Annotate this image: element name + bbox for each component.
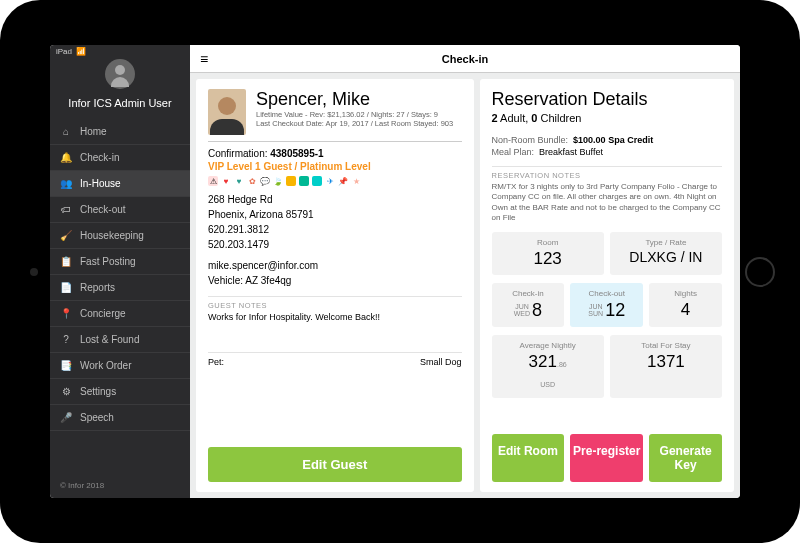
clipboard-icon: 📋 [60, 256, 72, 267]
misc1-icon: ★ [351, 176, 361, 186]
tile-checkin[interactable]: Check-in JUNWED 8 [492, 283, 565, 327]
tile-total-stay[interactable]: Total For Stay 1371 [610, 335, 722, 398]
square2-icon [299, 176, 309, 186]
sidebar-item-housekeeping[interactable]: 🧹 Housekeeping [50, 223, 190, 249]
res-notes-label: RESERVATION NOTES [492, 166, 722, 180]
sidebar-item-label: Check-out [80, 204, 126, 215]
edit-room-button[interactable]: Edit Room [492, 434, 565, 482]
heart-icon: ♥ [221, 176, 231, 186]
sidebar-item-workorder[interactable]: 📑 Work Order [50, 353, 190, 379]
guest-notes: Works for Infor Hospitality. Welcome Bac… [208, 312, 462, 352]
square3-icon [312, 176, 322, 186]
sidebar-item-home[interactable]: ⌂ Home [50, 119, 190, 145]
tile-room[interactable]: Room 123 [492, 232, 604, 275]
square1-icon [286, 176, 296, 186]
bundle-line: Non-Room Bundle: $100.00 Spa Credit [492, 135, 722, 145]
sidebar-item-inhouse[interactable]: 👥 In-House [50, 171, 190, 197]
sidebar-item-label: Home [80, 126, 107, 137]
tag-icon: 🏷 [60, 204, 72, 215]
user-name: Infor ICS Admin User [50, 93, 190, 119]
question-icon: ? [60, 334, 72, 345]
sidebar-item-checkin[interactable]: 🔔 Check-in [50, 145, 190, 171]
user-avatar[interactable] [105, 59, 135, 89]
topbar: ≡ Check-in [190, 45, 740, 73]
status-bar: iPad📶 [56, 47, 90, 56]
vip-status: VIP Level 1 Guest / Platinum Level [208, 161, 462, 172]
sidebar: Infor ICS Admin User ⌂ Home 🔔 Check-in 👥… [50, 45, 190, 498]
flame-icon: ✿ [247, 176, 257, 186]
res-notes: RM/TX for 3 nights only to 3rd Party Com… [492, 182, 722, 224]
plane-icon: ✈ [325, 176, 335, 186]
guest-photo [208, 89, 246, 135]
ipad-home-button[interactable] [745, 257, 775, 287]
guest-address-1: 268 Hedge Rd [208, 192, 462, 207]
sidebar-item-label: Check-in [80, 152, 119, 163]
menu-icon[interactable]: ≡ [200, 51, 208, 67]
reservation-occupancy: 2 Adult, 0 Children [492, 112, 722, 124]
pre-register-button[interactable]: Pre-register [570, 434, 643, 482]
confirmation-line: Confirmation: 43805895-1 [208, 148, 462, 159]
reservation-card: Reservation Details 2 Adult, 0 Children … [480, 79, 734, 492]
sidebar-footer: © Infor 2018 [50, 473, 190, 498]
sidebar-item-label: Speech [80, 412, 114, 423]
guest-notes-label: GUEST NOTES [208, 296, 462, 310]
sidebar-item-speech[interactable]: 🎤 Speech [50, 405, 190, 431]
gear-icon: ⚙ [60, 386, 72, 397]
guest-address-2: Phoenix, Arizona 85791 [208, 207, 462, 222]
edit-guest-button[interactable]: Edit Guest [208, 447, 462, 482]
alert-icon: ⚠ [208, 176, 218, 186]
people-icon: 👥 [60, 178, 72, 189]
guest-card: Spencer, Mike Lifetime Value - Rev: $21,… [196, 79, 474, 492]
mic-icon: 🎤 [60, 412, 72, 423]
sidebar-item-label: Concierge [80, 308, 126, 319]
guest-name: Spencer, Mike [256, 89, 462, 110]
guest-phone-1: 620.291.3812 [208, 222, 462, 237]
sheet-icon: 📑 [60, 360, 72, 371]
guest-badges: ⚠ ♥ ♥ ✿ 💬 🍃 ✈ 📌 ★ [208, 176, 462, 186]
pin-icon: 📍 [60, 308, 72, 319]
leaf-icon: 🍃 [273, 176, 283, 186]
guest-phone-2: 520.203.1479 [208, 237, 462, 252]
sidebar-item-lostfound[interactable]: ? Lost & Found [50, 327, 190, 353]
heart2-icon: ♥ [234, 176, 244, 186]
sidebar-item-settings[interactable]: ⚙ Settings [50, 379, 190, 405]
pin2-icon: 📌 [338, 176, 348, 186]
guest-lifetime: Lifetime Value - Rev: $21,136.02 / Night… [256, 110, 462, 119]
sidebar-item-label: Housekeeping [80, 230, 144, 241]
document-icon: 📄 [60, 282, 72, 293]
page-title: Check-in [442, 53, 488, 65]
generate-key-button[interactable]: Generate Key [649, 434, 722, 482]
tile-rate[interactable]: Type / Rate DLXKG / IN [610, 232, 722, 275]
guest-email: mike.spencer@infor.com [208, 258, 462, 273]
sidebar-item-label: Settings [80, 386, 116, 397]
sidebar-item-label: Reports [80, 282, 115, 293]
meal-line: Meal Plan: Breakfast Buffet [492, 147, 722, 157]
bell-icon: 🔔 [60, 152, 72, 163]
tile-nights[interactable]: Nights 4 [649, 283, 722, 327]
sidebar-item-label: Work Order [80, 360, 132, 371]
sidebar-item-reports[interactable]: 📄 Reports [50, 275, 190, 301]
guest-vehicle: Vehicle: AZ 3fe4qg [208, 273, 462, 288]
tile-avg-nightly[interactable]: Average Nightly 321.86USD [492, 335, 604, 398]
sidebar-item-label: Lost & Found [80, 334, 139, 345]
sidebar-item-label: In-House [80, 178, 121, 189]
reservation-title: Reservation Details [492, 89, 722, 110]
guest-last: Last Checkout Date: Apr 19, 2017 / Last … [256, 119, 462, 128]
sidebar-item-checkout[interactable]: 🏷 Check-out [50, 197, 190, 223]
tile-checkout[interactable]: Check-out JUNSUN 12 [570, 283, 643, 327]
sidebar-item-concierge[interactable]: 📍 Concierge [50, 301, 190, 327]
broom-icon: 🧹 [60, 230, 72, 241]
home-icon: ⌂ [60, 126, 72, 137]
chat-icon: 💬 [260, 176, 270, 186]
sidebar-item-label: Fast Posting [80, 256, 136, 267]
pet-line: Pet:Small Dog [208, 352, 462, 371]
sidebar-item-fastposting[interactable]: 📋 Fast Posting [50, 249, 190, 275]
